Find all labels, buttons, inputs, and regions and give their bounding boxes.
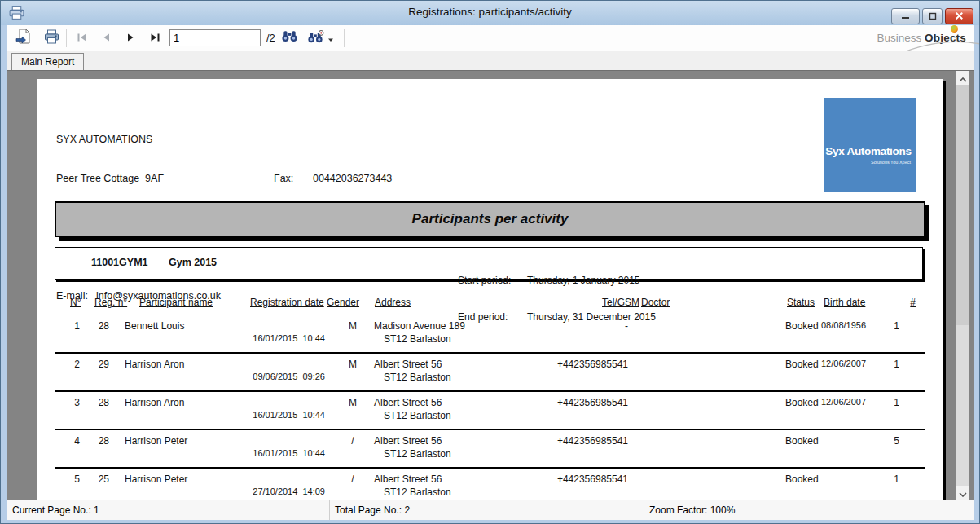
cell-reg-no: 28 bbox=[78, 435, 109, 447]
cell-participant-name: Harrison Aron bbox=[125, 397, 184, 408]
cell-birth-date: 08/08/1956 bbox=[821, 320, 866, 330]
activity-code: 11001GYM1 bbox=[91, 257, 148, 268]
print-icon bbox=[43, 29, 60, 48]
start-period-value: Thursday, 1 January 2015 bbox=[527, 275, 640, 286]
cell-count: 1 bbox=[868, 473, 899, 485]
cell-count: 5 bbox=[868, 435, 899, 447]
total-pages-text: Total Page No.: 2 bbox=[335, 504, 410, 516]
cell-tel-gsm: +442356985541 bbox=[490, 473, 628, 485]
cell-reg-no: 29 bbox=[78, 359, 109, 370]
chevron-up-icon bbox=[959, 71, 967, 86]
cell-no: 2 bbox=[54, 359, 80, 370]
zoom-button[interactable] bbox=[306, 29, 326, 48]
zoom-factor-text: Zoom Factor: 100% bbox=[649, 504, 735, 516]
activity-header: 11001GYM1 Gym 2015 Start period:Thursday… bbox=[55, 247, 923, 280]
brand-word-objects: Objects bbox=[925, 32, 966, 44]
cell-status: Booked bbox=[785, 397, 819, 408]
cell-gender: / bbox=[336, 473, 369, 485]
minimize-button[interactable] bbox=[891, 8, 920, 24]
cell-status: Booked bbox=[785, 359, 819, 370]
cell-no: 4 bbox=[54, 435, 80, 447]
table-header-participant-name: Participant name bbox=[139, 297, 213, 308]
window-title: Registrations: participants/activity bbox=[1, 6, 979, 18]
scroll-up-button[interactable] bbox=[956, 71, 969, 85]
table-row: 1 28 Bennett Louis 16/01/2015 10:44 M Ma… bbox=[37, 315, 943, 354]
cell-gender: / bbox=[336, 435, 369, 447]
cell-participant-name: Harrison Peter bbox=[125, 435, 187, 447]
next-page-button[interactable] bbox=[121, 29, 140, 48]
table-header-gender: Gender bbox=[327, 297, 359, 308]
tab-main-report[interactable]: Main Report bbox=[11, 53, 84, 70]
cell-participant-name: Harrison Peter bbox=[125, 473, 187, 485]
close-button[interactable] bbox=[945, 8, 973, 24]
scrollbar-thumb[interactable] bbox=[956, 85, 969, 325]
statusbar: Current Page No.: 1 Total Page No.: 2 Zo… bbox=[7, 500, 974, 520]
cell-count: 1 bbox=[868, 320, 899, 332]
scroll-down-button[interactable] bbox=[956, 486, 969, 500]
cell-address-line1: Albert Street 56 bbox=[374, 473, 442, 485]
table-row: 5 25 Harrison Peter 27/10/2014 14:09 / A… bbox=[37, 469, 943, 500]
table-header-no: N° bbox=[70, 297, 81, 308]
print-button[interactable] bbox=[42, 29, 61, 48]
find-button[interactable] bbox=[280, 29, 300, 48]
zoom-icon bbox=[308, 30, 324, 46]
start-period: Start period:Thursday, 1 January 2015 bbox=[458, 275, 656, 287]
maximize-button[interactable] bbox=[922, 8, 943, 24]
export-button[interactable] bbox=[14, 29, 33, 48]
cell-participant-name: Harrison Aron bbox=[125, 359, 184, 370]
color-sphere-icon bbox=[951, 25, 958, 33]
cell-registration-date: 16/01/2015 10:44 bbox=[209, 448, 325, 458]
report-title-band: Participants per activity bbox=[55, 201, 925, 237]
export-icon bbox=[15, 29, 32, 48]
current-page-text: Current Page No.: 1 bbox=[12, 504, 99, 516]
cell-address-line2: ST12 Barlaston bbox=[384, 487, 451, 498]
first-page-button[interactable] bbox=[72, 29, 91, 48]
cell-count: 1 bbox=[868, 359, 899, 370]
close-icon bbox=[955, 9, 964, 24]
window-controls bbox=[891, 8, 973, 24]
cell-address-line1: Madison Avenue 189 bbox=[374, 320, 465, 332]
next-page-icon bbox=[126, 31, 135, 46]
cell-address-line1: Albert Street 56 bbox=[374, 397, 442, 408]
last-page-button[interactable] bbox=[145, 29, 165, 48]
table-header-address: Address bbox=[375, 297, 411, 308]
table-header-doctor: Doctor bbox=[641, 297, 670, 308]
cell-count: 1 bbox=[868, 397, 899, 408]
tab-strip: Main Report bbox=[7, 51, 974, 70]
cell-gender: M bbox=[336, 359, 369, 370]
previous-page-button[interactable] bbox=[96, 29, 116, 48]
statusbar-total-pages: Total Page No.: 2 bbox=[330, 500, 644, 520]
cell-tel-gsm: +442356985541 bbox=[490, 397, 628, 408]
vertical-scrollbar[interactable] bbox=[956, 71, 969, 500]
cell-address-line2: ST12 Barlaston bbox=[384, 372, 451, 383]
cell-tel-gsm: +442356985541 bbox=[490, 359, 628, 370]
table-header-status: Status bbox=[787, 297, 815, 308]
minimize-icon bbox=[901, 9, 911, 24]
zoom-dropdown-caret-icon[interactable] bbox=[327, 31, 334, 46]
toolbar-separator bbox=[344, 29, 345, 47]
cell-registration-date: 16/01/2015 10:44 bbox=[209, 333, 325, 343]
cell-address-line1: Albert Street 56 bbox=[374, 359, 442, 370]
report-title: Participants per activity bbox=[412, 211, 569, 227]
cell-tel-gsm: - bbox=[490, 320, 628, 332]
report-page: SYX AUTOMATIONS Peer Tree Cottage 9AF ST… bbox=[37, 79, 943, 500]
first-page-icon bbox=[77, 31, 87, 46]
report-viewer-window: Registrations: participants/activity bbox=[0, 0, 980, 524]
cell-address-line2: ST12 Barlaston bbox=[384, 333, 451, 345]
page-number-input[interactable] bbox=[169, 29, 261, 46]
statusbar-zoom-factor: Zoom Factor: 100% bbox=[644, 500, 974, 520]
table-header-reg-no: Reg. n° bbox=[94, 297, 127, 308]
cell-status: Booked bbox=[785, 473, 819, 485]
toolbar: /2 bbox=[7, 25, 974, 51]
cell-reg-no: 28 bbox=[78, 397, 109, 408]
start-period-label: Start period: bbox=[458, 275, 527, 287]
logo-text: Syx Automations bbox=[824, 145, 913, 157]
cell-address-line2: ST12 Barlaston bbox=[384, 448, 451, 460]
cell-no: 5 bbox=[54, 473, 80, 485]
company-fax: Fax:00442036273443 bbox=[274, 172, 392, 185]
syx-automations-logo: Syx Automations Solutions You Xpect bbox=[824, 98, 916, 192]
activity-name: Gym 2015 bbox=[169, 257, 217, 268]
cell-birth-date: 12/06/2007 bbox=[821, 397, 866, 407]
cell-no: 3 bbox=[54, 397, 80, 408]
fax-label: Fax: bbox=[274, 172, 313, 185]
